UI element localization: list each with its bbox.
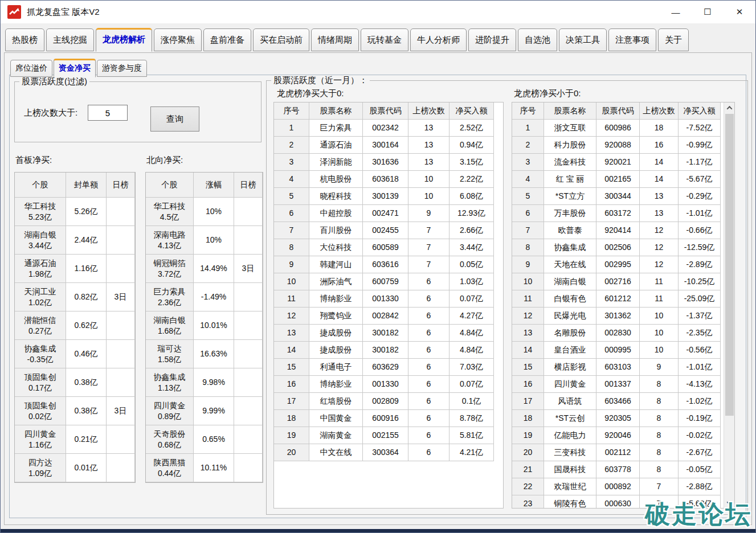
table-cell[interactable]: 2 — [512, 137, 544, 154]
table-cell[interactable]: *ST立方 — [544, 188, 596, 205]
table-cell[interactable]: 20 — [512, 444, 544, 461]
column-header[interactable]: 股票名称 — [544, 102, 596, 120]
column-header[interactable]: 上榜次数 — [408, 102, 449, 120]
scroll-up-icon[interactable] — [724, 102, 735, 113]
table-cell[interactable]: 风语筑 — [544, 393, 596, 410]
column-header[interactable]: 个股 — [15, 173, 66, 198]
table-cell[interactable]: 300164 — [363, 137, 408, 154]
table-cell[interactable]: 10 — [512, 273, 544, 290]
table-cell[interactable]: 920305 — [596, 410, 640, 427]
rank-count-input[interactable] — [88, 105, 128, 121]
close-button[interactable]: ✕ — [724, 1, 755, 23]
table-cell[interactable]: 国晟科技 — [544, 461, 596, 478]
table-cell[interactable]: -2.67亿 — [679, 444, 721, 461]
table-cell[interactable] — [234, 425, 263, 454]
table-cell[interactable]: 002342 — [363, 120, 408, 137]
table-cell[interactable]: 10% — [194, 198, 234, 226]
table-cell[interactable]: 6.08亿 — [449, 188, 494, 205]
main-tab-11[interactable]: 决策工具 — [559, 28, 607, 51]
table-cell[interactable] — [107, 311, 135, 340]
table-cell[interactable]: 捷成股份 — [309, 342, 363, 359]
table-cell[interactable]: 0.38亿 — [66, 368, 107, 397]
table-cell[interactable]: 22 — [512, 478, 544, 495]
table-cell[interactable]: 百川股份 — [309, 222, 363, 239]
table-cell[interactable]: 9 — [274, 256, 309, 273]
table-cell[interactable]: 603629 — [363, 359, 408, 376]
table-cell[interactable]: 8 — [640, 393, 679, 410]
table-cell[interactable]: 0.65% — [194, 425, 234, 454]
table-cell[interactable]: 4 — [512, 171, 544, 188]
table-cell[interactable]: 920088 — [596, 137, 640, 154]
main-tab-0[interactable]: 热股榜 — [5, 28, 44, 51]
table-cell[interactable]: -0.66亿 — [679, 222, 721, 239]
table-cell[interactable]: 3 — [274, 154, 309, 171]
table-cell[interactable]: 10 — [408, 171, 449, 188]
table-cell[interactable]: 15 — [274, 359, 309, 376]
table-cell[interactable]: 18 — [640, 120, 679, 137]
table-cell[interactable]: 920414 — [596, 222, 640, 239]
table-cell[interactable]: 14 — [274, 342, 309, 359]
table-cell[interactable]: 002155 — [363, 427, 408, 444]
table-cell[interactable]: 16.63% — [194, 340, 234, 368]
table-cell[interactable]: 2.66亿 — [449, 222, 494, 239]
table-cell[interactable]: 000892 — [596, 478, 640, 495]
table-cell[interactable]: 5 — [512, 188, 544, 205]
table-cell[interactable]: 8 — [512, 239, 544, 256]
column-header[interactable]: 序号 — [274, 102, 309, 120]
column-header[interactable]: 封单额 — [66, 173, 107, 198]
table-cell[interactable]: 欧普泰 — [544, 222, 596, 239]
table-cell[interactable]: 天润工业 1.02亿 — [15, 283, 66, 311]
table-cell[interactable]: 300139 — [363, 188, 408, 205]
table-cell[interactable] — [234, 368, 263, 397]
table-cell[interactable] — [107, 226, 135, 255]
table-cell[interactable]: 潜能恒信 0.27亿 — [15, 311, 66, 340]
table-cell[interactable]: -1.17亿 — [679, 154, 721, 171]
table-cell[interactable]: 301636 — [363, 154, 408, 171]
table-cell[interactable]: 7 — [512, 222, 544, 239]
sub-tab-2[interactable]: 游资参与度 — [97, 60, 147, 77]
table-cell[interactable]: -0.56亿 — [679, 342, 721, 359]
table-cell[interactable]: 6 — [408, 427, 449, 444]
table-cell[interactable]: 8 — [640, 410, 679, 427]
table-cell[interactable]: 8.78亿 — [449, 410, 494, 427]
table-cell[interactable]: 白银有色 — [544, 290, 596, 308]
table-cell[interactable]: 4.27亿 — [449, 308, 494, 325]
main-tab-12[interactable]: 注意事项 — [608, 28, 656, 51]
query-button[interactable]: 查询 — [150, 106, 199, 132]
table-cell[interactable]: 300182 — [363, 342, 408, 359]
table-cell[interactable]: 13 — [640, 205, 679, 222]
table-cell[interactable]: 9 — [408, 205, 449, 222]
table-cell[interactable]: 002842 — [363, 308, 408, 325]
table-cell[interactable]: 7 — [274, 222, 309, 239]
table-cell[interactable]: -1.37亿 — [679, 308, 721, 325]
table-cell[interactable]: -1.01亿 — [679, 205, 721, 222]
table-cell[interactable]: 三变科技 — [544, 444, 596, 461]
table-cell[interactable]: 18 — [274, 410, 309, 427]
table-cell[interactable]: -7.52亿 — [679, 120, 721, 137]
table-cell[interactable]: 3日 — [234, 255, 263, 283]
table-cell[interactable]: 4.84亿 — [449, 342, 494, 359]
table-cell[interactable]: 华工科技 5.23亿 — [15, 198, 66, 226]
table-cell[interactable]: 600986 — [596, 120, 640, 137]
table-cell[interactable]: 0.21亿 — [66, 425, 107, 454]
table-cell[interactable]: 600759 — [363, 273, 408, 290]
table-cell[interactable]: 0.05亿 — [449, 256, 494, 273]
table-cell[interactable]: 13 — [274, 325, 309, 342]
table-cell[interactable]: 5.81亿 — [449, 427, 494, 444]
table-cell[interactable]: 3 — [512, 154, 544, 171]
column-header[interactable]: 日榜 — [234, 173, 263, 198]
table-cell[interactable]: 002165 — [596, 171, 640, 188]
table-cell[interactable] — [234, 283, 263, 311]
table-cell[interactable]: 四川黄金 — [544, 376, 596, 393]
column-header[interactable]: 股票代码 — [363, 102, 408, 120]
table-cell[interactable] — [107, 340, 135, 368]
table-cell[interactable]: 920046 — [596, 427, 640, 444]
table-cell[interactable]: 10% — [194, 226, 234, 255]
table-cell[interactable]: 920021 — [596, 154, 640, 171]
table-cell[interactable]: 民爆光电 — [544, 308, 596, 325]
table-cell[interactable]: 7 — [640, 478, 679, 495]
table-cell[interactable]: 9.98% — [194, 368, 234, 397]
table-cell[interactable]: -4.13亿 — [679, 376, 721, 393]
main-tab-9[interactable]: 进阶提升 — [468, 28, 516, 51]
table-cell[interactable]: 泽润新能 — [309, 154, 363, 171]
